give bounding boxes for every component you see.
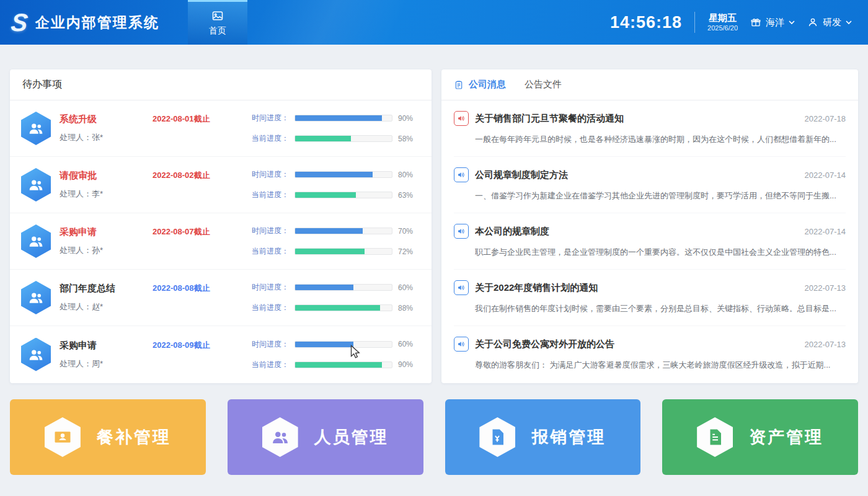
todo-handler: 处理人：李*	[60, 188, 153, 200]
time-progress-value: 90%	[398, 114, 420, 123]
news-summary: 一般在每年跨年元旦的时候，也是各种经济迅速暴涨的时期，因为在这个时候，人们都想借…	[475, 134, 842, 145]
gift-icon	[750, 17, 761, 28]
news-title: 关于2022年度销售计划的通知	[475, 282, 799, 294]
time-progress-bar	[294, 115, 392, 122]
news-item[interactable]: 关于销售部门元旦节聚餐的活动通知 2022-07-18 一般在每年跨年元旦的时候…	[454, 100, 846, 157]
current-progress-bar	[294, 248, 392, 255]
todo-deadline: 2022-08-07截止	[153, 226, 210, 237]
current-progress-label: 当前进度：	[247, 360, 289, 370]
announcement-icon	[454, 280, 469, 295]
news-item[interactable]: 关于2022年度销售计划的通知 2022-07-13 我们在制作销售的年度计划时…	[454, 270, 846, 326]
todo-progress: 时间进度： 60% 当前进度： 88%	[247, 282, 420, 313]
user-menu[interactable]: 研发	[807, 17, 852, 29]
todo-deadline: 2022-08-08截止	[153, 283, 210, 294]
current-progress-label: 当前进度：	[247, 246, 289, 257]
news-title: 公司规章制度制定方法	[475, 169, 799, 181]
chevron-down-icon	[789, 20, 795, 25]
current-progress-bar	[294, 192, 392, 198]
time-progress-bar	[294, 284, 392, 291]
news-date: 2022-07-18	[805, 114, 846, 123]
time-progress-bar	[294, 228, 392, 234]
todo-handler: 处理人：张*	[60, 132, 153, 143]
current-progress-value: 72%	[398, 247, 420, 256]
invoice-icon	[479, 417, 515, 457]
todo-progress: 时间进度： 90% 当前进度： 58%	[247, 113, 420, 144]
chevron-down-icon	[846, 20, 852, 25]
todo-item[interactable]: 系统升级 处理人：张* 2022-08-01截止 时间进度： 90% 当前进度：…	[10, 100, 432, 157]
asset-management-card[interactable]: 资产管理	[662, 399, 858, 475]
todo-title: 请假审批	[60, 170, 153, 182]
group-menu-label: 海洋	[766, 17, 784, 29]
todo-item[interactable]: 采购申请 处理人：周* 2022-08-09截止 时间进度： 60% 当前进度：…	[10, 326, 432, 383]
news-item[interactable]: 关于公司免费公寓对外开放的公告 2022-07-13 尊敬的游客朋友们： 为满足…	[454, 326, 846, 383]
time-progress-value: 80%	[398, 170, 420, 179]
todo-handler: 处理人：周*	[60, 358, 153, 370]
time-progress-value: 60%	[398, 283, 420, 292]
news-title: 关于销售部门元旦节聚餐的活动通知	[475, 113, 799, 125]
time-progress-label: 时间进度：	[247, 282, 289, 293]
user-icon	[807, 17, 818, 28]
team-icon	[21, 224, 51, 258]
todo-panel-title: 待办事项	[10, 69, 432, 100]
asset-management-label: 资产管理	[749, 426, 823, 448]
news-panel: 公司消息 公告文件 关于销售部门元旦节聚餐的活动通知 2022-07-18 一般…	[441, 69, 858, 383]
news-summary: 我们在制作销售的年度计划时候，需要由三个要素，分别是总目标、关键指标、行动策略。…	[475, 303, 842, 314]
news-item[interactable]: 公司规章制度制定方法 2022-07-14 一、借鉴学习作为新建企业在借鉴学习其…	[454, 157, 846, 213]
reimbursement-management-card[interactable]: 报销管理	[445, 399, 641, 475]
meal-management-card[interactable]: 餐补管理	[10, 399, 206, 475]
announcement-icon	[454, 337, 469, 352]
time-progress-label: 时间进度：	[247, 169, 289, 180]
todo-item[interactable]: 采购申请 处理人：孙* 2022-08-07截止 时间进度： 70% 当前进度：…	[10, 213, 432, 270]
todo-progress: 时间进度： 80% 当前进度： 63%	[247, 169, 420, 200]
time-progress-label: 时间进度：	[247, 113, 289, 123]
current-progress-bar	[294, 304, 392, 311]
current-progress-bar	[294, 135, 392, 142]
news-date: 2022-07-14	[805, 227, 846, 236]
current-progress-value: 90%	[398, 360, 420, 369]
todo-title: 系统升级	[60, 113, 153, 125]
time-progress-label: 时间进度：	[247, 339, 289, 350]
time-progress-bar	[294, 171, 392, 178]
reimbursement-management-label: 报销管理	[531, 426, 606, 448]
news-item[interactable]: 本公司的规章制度 2022-07-14 职工参与企业民主管理，是企业管理制度的一…	[454, 213, 846, 270]
todo-deadline: 2022-08-02截止	[153, 170, 210, 181]
clock-time: 14:56:18	[610, 13, 682, 32]
announcement-icon	[454, 111, 469, 126]
tab-company-news[interactable]: 公司消息	[454, 79, 506, 91]
time-progress-label: 时间进度：	[247, 226, 289, 236]
todo-title: 采购申请	[60, 340, 153, 352]
announcement-icon	[454, 224, 469, 239]
todo-item[interactable]: 部门年度总结 处理人：赵* 2022-08-08截止 时间进度： 60% 当前进…	[10, 270, 432, 326]
tab-company-news-label: 公司消息	[469, 79, 506, 91]
group-menu[interactable]: 海洋	[750, 17, 795, 29]
time-progress-value: 60%	[398, 340, 420, 348]
time-progress-value: 70%	[398, 227, 420, 236]
news-date: 2022-07-14	[805, 170, 846, 180]
current-progress-label: 当前进度：	[247, 303, 289, 313]
team-icon	[21, 168, 51, 202]
todo-item[interactable]: 请假审批 处理人：李* 2022-08-02截止 时间进度： 80% 当前进度：…	[10, 157, 432, 213]
asset-document-icon	[697, 417, 733, 457]
todo-title: 采购申请	[60, 226, 153, 238]
nav-home-label: 首页	[209, 25, 226, 37]
tab-announcements[interactable]: 公告文件	[525, 79, 562, 91]
home-icon	[211, 10, 224, 22]
date-block: 星期五 2025/6/20	[707, 12, 738, 33]
todo-panel: 待办事项 系统升级 处理人：张* 2022-08-01截止 时间进度： 90% …	[10, 69, 432, 383]
nav-home-tab[interactable]: 首页	[188, 0, 247, 45]
todo-handler: 处理人：孙*	[60, 245, 153, 256]
personnel-management-card[interactable]: 人员管理	[228, 399, 423, 475]
news-date: 2022-07-13	[805, 283, 846, 293]
current-progress-value: 88%	[398, 304, 420, 312]
todo-progress: 时间进度： 60% 当前进度： 90%	[247, 339, 420, 370]
team-icon	[21, 338, 51, 371]
personnel-management-label: 人员管理	[314, 426, 389, 448]
current-progress-label: 当前进度：	[247, 190, 289, 200]
team-icon	[21, 112, 51, 145]
todo-title: 部门年度总结	[60, 283, 153, 294]
todo-deadline: 2022-08-09截止	[153, 340, 210, 351]
news-title: 本公司的规章制度	[475, 226, 799, 237]
news-summary: 职工参与企业民主管理，是企业管理制度的一个重要内容。这不仅仅是中国社会主义企业管…	[475, 247, 842, 258]
user-menu-label: 研发	[823, 17, 841, 29]
news-title: 关于公司免费公寓对外开放的公告	[475, 339, 799, 350]
